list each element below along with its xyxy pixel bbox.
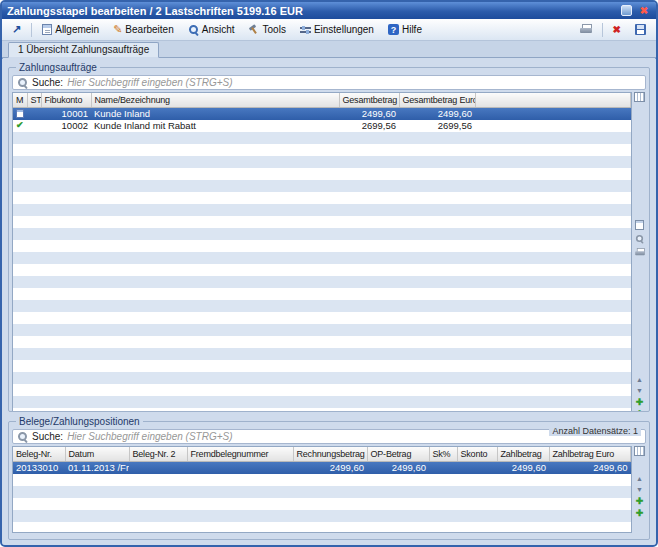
- column-header[interactable]: M: [13, 93, 27, 107]
- column-header[interactable]: Fremdbelegnummer: [187, 447, 293, 461]
- grid-row[interactable]: ✔10002Kunde Inland mit Rabatt2699,562699…: [13, 120, 631, 132]
- grid-row-empty[interactable]: [13, 312, 631, 324]
- add-position-icon[interactable]: ✚: [636, 509, 644, 518]
- grid-row[interactable]: 2013301001.11.2013 /Fr2499,602499,602499…: [13, 461, 631, 474]
- grid-cell: [41, 324, 91, 336]
- grid-row-empty[interactable]: [13, 360, 631, 372]
- grid-row-empty[interactable]: [13, 300, 631, 312]
- column-header[interactable]: Beleg-Nr. 2: [129, 447, 187, 461]
- toolbar-button-ansicht[interactable]: Ansicht: [182, 21, 241, 38]
- grid-cell: [13, 348, 27, 360]
- column-header[interactable]: Gesamtbetrag Euro: [399, 93, 475, 107]
- column-header[interactable]: ST: [27, 93, 41, 107]
- orders-rail: ▲ ▼ ✚ ✚: [632, 92, 646, 412]
- column-header[interactable]: Datum: [65, 447, 129, 461]
- grid-row-empty[interactable]: [13, 288, 631, 300]
- zoom-icon[interactable]: [635, 234, 644, 243]
- search-label: Suche:: [32, 431, 63, 442]
- toolbar-button-hilfe[interactable]: ?Hilfe: [382, 21, 428, 38]
- grid-cell: [339, 228, 399, 240]
- grid-cell: [429, 522, 457, 534]
- tabstrip: 1 Übersicht Zahlungsaufträge: [2, 41, 656, 58]
- grid-row-empty[interactable]: [13, 252, 631, 264]
- column-chooser-icon[interactable]: [634, 446, 645, 456]
- grid-row-empty[interactable]: [13, 372, 631, 384]
- grid-cell: [91, 324, 339, 336]
- grid-row-empty[interactable]: [13, 522, 631, 534]
- column-header[interactable]: Fibukonto: [41, 93, 91, 107]
- toolbar-button-bearbeiten[interactable]: ✎Bearbeiten: [107, 20, 180, 39]
- column-header[interactable]: Name/Bezeichnung: [91, 93, 339, 107]
- grid-cell: [13, 510, 65, 522]
- column-header[interactable]: Gesamtbetrag: [339, 93, 399, 107]
- scroll-up-icon[interactable]: ▲: [636, 376, 643, 384]
- column-header[interactable]: Rechnungsbetrag: [293, 447, 367, 461]
- scroll-down-icon[interactable]: ▼: [636, 486, 643, 494]
- grid-cell: [91, 168, 339, 180]
- grid-cell: [13, 486, 65, 498]
- grid-cell: [399, 276, 475, 288]
- print-list-icon[interactable]: [635, 248, 645, 257]
- positions-gridframe: Beleg-Nr.DatumBeleg-Nr. 2Fremdbelegnumme…: [12, 446, 632, 533]
- grid-row-empty[interactable]: [13, 486, 631, 498]
- add-position-icon[interactable]: ✚: [636, 410, 644, 412]
- grid-row-empty[interactable]: [13, 384, 631, 396]
- grid-row-empty[interactable]: [13, 264, 631, 276]
- column-header[interactable]: Zahlbetrag: [497, 447, 549, 461]
- scroll-up-icon[interactable]: ▲: [636, 475, 643, 483]
- print-button[interactable]: [574, 21, 598, 38]
- grid-row-empty[interactable]: [13, 240, 631, 252]
- grid-cell: [367, 522, 429, 534]
- grid-row-empty[interactable]: [13, 228, 631, 240]
- grid-row-empty[interactable]: [13, 192, 631, 204]
- column-header[interactable]: OP-Betrag: [367, 447, 429, 461]
- window-menu-button[interactable]: [619, 5, 633, 17]
- grid-cell: [129, 522, 187, 534]
- titlebar[interactable]: Zahlungsstapel bearbeiten / 2 Lastschrif…: [2, 2, 656, 19]
- column-header[interactable]: Skonto: [457, 447, 497, 461]
- grid-row-empty[interactable]: [13, 144, 631, 156]
- detail-view-icon[interactable]: [635, 220, 644, 230]
- close-button[interactable]: ✖: [637, 5, 651, 17]
- grid-row-empty[interactable]: [13, 510, 631, 522]
- grid-row-empty[interactable]: [13, 276, 631, 288]
- grid-row-empty[interactable]: [13, 498, 631, 510]
- grid-cell: [293, 474, 367, 486]
- jump-button[interactable]: ↗: [6, 20, 27, 39]
- scroll-down-icon[interactable]: ▼: [636, 387, 643, 395]
- save-button[interactable]: [629, 21, 652, 38]
- toolbar-button-einstellungen[interactable]: Einstellungen: [294, 21, 380, 38]
- grid-row-empty[interactable]: [13, 348, 631, 360]
- add-row-icon[interactable]: ✚: [636, 398, 644, 407]
- add-row-icon[interactable]: ✚: [636, 497, 644, 506]
- column-chooser-icon[interactable]: [634, 92, 645, 102]
- grid-cell: [27, 228, 41, 240]
- column-header[interactable]: Beleg-Nr.: [13, 447, 65, 461]
- grid-row-empty[interactable]: [13, 180, 631, 192]
- delete-button[interactable]: ✖: [607, 21, 627, 38]
- grid-row-empty[interactable]: [13, 336, 631, 348]
- grid-row-empty[interactable]: [13, 216, 631, 228]
- grid-row-empty[interactable]: [13, 132, 631, 144]
- grid-cell: [457, 522, 497, 534]
- grid-cell-filler: [475, 408, 631, 413]
- grid-cell: [399, 348, 475, 360]
- toolbar-button-allgemein[interactable]: Allgemein: [36, 21, 105, 38]
- grid-row-empty[interactable]: [13, 324, 631, 336]
- grid-cell: [13, 240, 27, 252]
- grid-row-empty[interactable]: [13, 204, 631, 216]
- grid-row[interactable]: 10001Kunde Inland2499,602499,60: [13, 107, 631, 120]
- tab-uebersicht-zahlungsauftraege[interactable]: 1 Übersicht Zahlungsaufträge: [8, 42, 159, 58]
- orders-search-input[interactable]: Suche: Hier Suchbegriff eingeben (STRG+S…: [12, 75, 646, 90]
- grid-cell: [41, 372, 91, 384]
- grid-row-empty[interactable]: [13, 168, 631, 180]
- grid-cell: [549, 486, 631, 498]
- grid-row-empty[interactable]: [13, 474, 631, 486]
- grid-row-empty[interactable]: [13, 156, 631, 168]
- toolbar-button-tools[interactable]: Tools: [243, 21, 292, 38]
- column-header[interactable]: Sk%: [429, 447, 457, 461]
- grid-row-empty[interactable]: [13, 396, 631, 408]
- column-header[interactable]: Zahlbetrag Euro: [549, 447, 631, 461]
- grid-row-empty[interactable]: [13, 408, 631, 413]
- grid-cell: [399, 396, 475, 408]
